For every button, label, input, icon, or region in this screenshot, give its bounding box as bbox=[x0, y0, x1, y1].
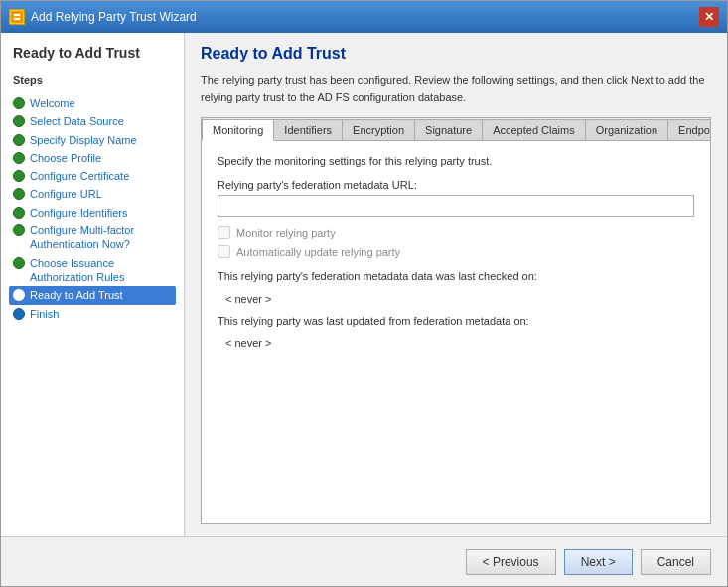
sidebar-item-configure-url[interactable]: Configure URL bbox=[9, 185, 176, 203]
window-title: Add Relying Party Trust Wizard bbox=[31, 10, 197, 24]
step-label-identifiers: Configure Identifiers bbox=[30, 206, 127, 220]
federation-url-label: Relying party's federation metadata URL: bbox=[218, 179, 694, 191]
step-label-url: Configure URL bbox=[30, 187, 102, 201]
footer: < Previous Next > Cancel bbox=[1, 536, 727, 586]
step-dot-url bbox=[13, 188, 25, 200]
info-section: This relying party's federation metadata… bbox=[218, 268, 694, 349]
step-label-display: Specify Display Name bbox=[30, 133, 137, 147]
step-dot-profile bbox=[13, 152, 25, 164]
step-label-profile: Choose Profile bbox=[30, 151, 101, 165]
step-dot-display bbox=[13, 134, 25, 146]
main-content: Ready to Add Trust The relying party tru… bbox=[185, 33, 727, 536]
sidebar-item-configure-certificate[interactable]: Configure Certificate bbox=[9, 167, 176, 185]
svg-rect-0 bbox=[12, 12, 22, 22]
steps-label: Steps bbox=[9, 74, 176, 86]
sidebar-item-configure-multifactor[interactable]: Configure Multi-factor Authentication No… bbox=[9, 221, 176, 254]
last-checked-value: < never > bbox=[218, 293, 694, 305]
step-dot-welcome bbox=[13, 97, 25, 109]
step-dot-identifiers bbox=[13, 207, 25, 219]
previous-button[interactable]: < Previous bbox=[466, 549, 556, 575]
step-label-issuance: Choose Issuance Authorization Rules bbox=[30, 256, 172, 285]
federation-url-input[interactable] bbox=[218, 195, 694, 217]
monitoring-description: Specify the monitoring settings for this… bbox=[218, 155, 694, 167]
svg-rect-2 bbox=[14, 18, 20, 20]
svg-rect-1 bbox=[14, 14, 20, 16]
tab-identifiers[interactable]: Identifiers bbox=[273, 119, 343, 140]
tab-accepted-claims[interactable]: Accepted Claims bbox=[482, 119, 586, 140]
last-updated-label: This relying party was last updated from… bbox=[218, 313, 694, 330]
tab-endpoints[interactable]: Endpoints bbox=[667, 119, 711, 140]
auto-update-checkbox[interactable] bbox=[218, 245, 230, 258]
tab-organization[interactable]: Organization bbox=[585, 119, 668, 140]
sidebar: Ready to Add Trust Steps Welcome Select … bbox=[1, 33, 185, 536]
step-label-select: Select Data Source bbox=[30, 114, 124, 128]
auto-update-checkbox-label: Automatically update relying party bbox=[236, 246, 400, 258]
tab-container: Monitoring Identifiers Encryption Signat… bbox=[201, 117, 711, 524]
title-bar-left: Add Relying Party Trust Wizard bbox=[9, 9, 197, 25]
auto-update-checkbox-row: Automatically update relying party bbox=[218, 245, 694, 258]
step-label-welcome: Welcome bbox=[30, 96, 75, 110]
next-button[interactable]: Next > bbox=[564, 549, 633, 575]
last-updated-value: < never > bbox=[218, 337, 694, 349]
step-dot-multifactor bbox=[13, 224, 25, 236]
sidebar-item-choose-issuance[interactable]: Choose Issuance Authorization Rules bbox=[9, 254, 176, 287]
step-label-finish: Finish bbox=[30, 307, 59, 321]
sidebar-item-ready-to-add[interactable]: Ready to Add Trust bbox=[9, 286, 176, 304]
step-dot-select bbox=[13, 115, 25, 127]
sidebar-item-configure-identifiers[interactable]: Configure Identifiers bbox=[9, 204, 176, 221]
window-body: Ready to Add Trust Steps Welcome Select … bbox=[1, 33, 727, 536]
app-icon bbox=[9, 9, 25, 25]
monitor-checkbox-label: Monitor relying party bbox=[236, 227, 336, 239]
sidebar-item-finish[interactable]: Finish bbox=[9, 305, 176, 323]
step-dot-issuance bbox=[13, 257, 25, 269]
tab-signature[interactable]: Signature bbox=[414, 119, 483, 140]
cancel-button[interactable]: Cancel bbox=[641, 549, 711, 575]
step-label-cert: Configure Certificate bbox=[30, 169, 129, 183]
sidebar-heading: Ready to Add Trust bbox=[9, 45, 176, 61]
page-title: Ready to Add Trust bbox=[201, 45, 711, 63]
close-button[interactable]: ✕ bbox=[699, 7, 719, 27]
tab-encryption[interactable]: Encryption bbox=[342, 119, 415, 140]
step-dot-ready bbox=[13, 289, 25, 301]
sidebar-item-welcome[interactable]: Welcome bbox=[9, 94, 176, 112]
step-label-multifactor: Configure Multi-factor Authentication No… bbox=[30, 223, 172, 252]
sidebar-item-specify-display-name[interactable]: Specify Display Name bbox=[9, 131, 176, 149]
sidebar-item-choose-profile[interactable]: Choose Profile bbox=[9, 149, 176, 167]
wizard-window: Add Relying Party Trust Wizard ✕ Ready t… bbox=[0, 0, 728, 587]
sidebar-item-select-data-source[interactable]: Select Data Source bbox=[9, 112, 176, 130]
last-checked-label: This relying party's federation metadata… bbox=[218, 268, 694, 285]
step-dot-cert bbox=[13, 170, 25, 182]
page-description: The relying party trust has been configu… bbox=[201, 73, 711, 105]
monitoring-tab-content: Specify the monitoring settings for this… bbox=[202, 141, 710, 523]
monitor-checkbox-row: Monitor relying party bbox=[218, 226, 694, 239]
tab-monitoring[interactable]: Monitoring bbox=[202, 119, 274, 141]
title-bar: Add Relying Party Trust Wizard ✕ bbox=[1, 1, 727, 33]
step-dot-finish bbox=[13, 308, 25, 320]
step-label-ready: Ready to Add Trust bbox=[30, 288, 123, 302]
monitor-checkbox[interactable] bbox=[218, 226, 230, 239]
tab-bar: Monitoring Identifiers Encryption Signat… bbox=[202, 118, 710, 141]
